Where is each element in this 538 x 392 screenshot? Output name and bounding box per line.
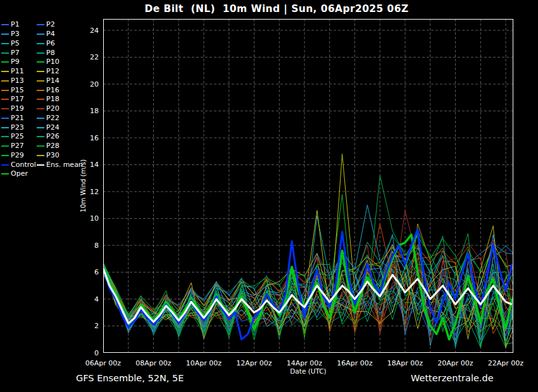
member-line-P19 — [103, 211, 518, 348]
x-tick-label-08Apr-00z: 08Apr 00z — [135, 359, 172, 367]
y-tick-label-0: 0 — [94, 349, 99, 357]
data-lines — [103, 154, 518, 348]
plot-svg: 02468101214161820222406Apr 00z08Apr 00z1… — [0, 0, 538, 392]
y-tick-label-4: 4 — [94, 295, 99, 303]
y-tick-label-16: 16 — [90, 134, 99, 142]
chart-canvas: De Bilt (NL) 10m Wind | Sun, 06Apr2025 0… — [0, 0, 538, 392]
footer-branding: Wetterzentrale.de — [411, 373, 494, 383]
y-tick-label-22: 22 — [90, 53, 99, 61]
y-tick-label-2: 2 — [94, 322, 99, 330]
y-tick-label-20: 20 — [90, 80, 99, 89]
y-tick-label-18: 18 — [90, 107, 99, 115]
x-tick-label-20Apr-00z: 20Apr 00z — [437, 359, 473, 367]
x-tick-label-10Apr-00z: 10Apr 00z — [186, 359, 222, 367]
x-tick-label-06Apr-00z: 06Apr 00z — [85, 359, 122, 367]
y-tick-label-24: 24 — [90, 27, 99, 35]
x-tick-label-12Apr-00z: 12Apr 00z — [236, 359, 272, 367]
x-tick-labels: 06Apr 00z08Apr 00z10Apr 00z12Apr 00z14Ap… — [85, 359, 524, 367]
x-tick-label-16Apr-00z: 16Apr 00z — [337, 359, 373, 367]
y-tick-label-6: 6 — [94, 268, 99, 276]
y-tick-labels: 024681012141618202224 — [90, 27, 99, 357]
x-tick-label-22Apr-00z: 22Apr 00z — [488, 359, 524, 367]
footer-model-info: GFS Ensemble, 52N, 5E — [76, 373, 184, 383]
y-tick-label-8: 8 — [94, 242, 99, 250]
y-tick-label-10: 10 — [90, 214, 99, 223]
x-tick-label-18Apr-00z: 18Apr 00z — [387, 359, 423, 367]
x-tick-label-14Apr-00z: 14Apr 00z — [287, 359, 323, 367]
y-tick-label-14: 14 — [90, 161, 99, 169]
y-tick-label-12: 12 — [90, 188, 99, 196]
